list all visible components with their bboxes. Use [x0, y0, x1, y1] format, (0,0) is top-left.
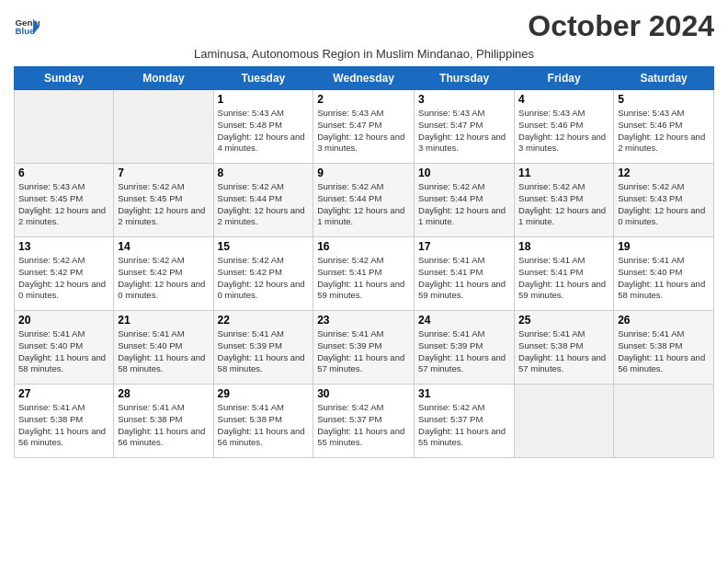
calendar-cell [614, 385, 714, 458]
calendar-cell [114, 90, 213, 164]
calendar-cell: 27Sunrise: 5:41 AMSunset: 5:38 PMDayligh… [15, 385, 114, 458]
day-info: Sunrise: 5:41 AMSunset: 5:38 PMDaylight:… [518, 328, 609, 375]
day-info: Sunrise: 5:41 AMSunset: 5:39 PMDaylight:… [418, 328, 510, 375]
day-number: 25 [518, 314, 609, 327]
calendar-cell: 21Sunrise: 5:41 AMSunset: 5:40 PMDayligh… [114, 311, 213, 385]
day-number: 31 [418, 387, 510, 400]
logo-icon: General Blue [14, 14, 40, 40]
calendar-cell: 2Sunrise: 5:43 AMSunset: 5:47 PMDaylight… [313, 90, 415, 164]
calendar-cell [15, 90, 114, 164]
calendar-cell: 10Sunrise: 5:42 AMSunset: 5:44 PMDayligh… [415, 164, 515, 237]
calendar-cell: 16Sunrise: 5:42 AMSunset: 5:41 PMDayligh… [313, 237, 415, 311]
day-info: Sunrise: 5:41 AMSunset: 5:41 PMDaylight:… [418, 255, 510, 302]
calendar-cell: 15Sunrise: 5:42 AMSunset: 5:42 PMDayligh… [213, 237, 313, 311]
calendar-cell: 22Sunrise: 5:41 AMSunset: 5:39 PMDayligh… [213, 311, 313, 385]
calendar-cell: 17Sunrise: 5:41 AMSunset: 5:41 PMDayligh… [415, 237, 515, 311]
day-number: 7 [118, 167, 209, 179]
day-number: 17 [418, 240, 510, 253]
day-number: 30 [317, 387, 410, 400]
day-number: 29 [218, 387, 310, 400]
day-number: 18 [518, 240, 609, 253]
calendar-cell: 18Sunrise: 5:41 AMSunset: 5:41 PMDayligh… [515, 237, 614, 311]
day-number: 22 [218, 314, 310, 327]
day-info: Sunrise: 5:42 AMSunset: 5:45 PMDaylight:… [118, 181, 209, 228]
calendar-cell: 9Sunrise: 5:42 AMSunset: 5:44 PMDaylight… [313, 164, 415, 237]
logo: General Blue [14, 14, 40, 40]
calendar-table: SundayMondayTuesdayWednesdayThursdayFrid… [14, 66, 714, 458]
day-info: Sunrise: 5:41 AMSunset: 5:38 PMDaylight:… [18, 402, 109, 449]
day-info: Sunrise: 5:42 AMSunset: 5:44 PMDaylight:… [418, 181, 510, 228]
day-info: Sunrise: 5:41 AMSunset: 5:40 PMDaylight:… [18, 328, 109, 375]
day-info: Sunrise: 5:43 AMSunset: 5:45 PMDaylight:… [18, 181, 109, 228]
calendar-cell: 1Sunrise: 5:43 AMSunset: 5:48 PMDaylight… [213, 90, 313, 164]
day-info: Sunrise: 5:42 AMSunset: 5:43 PMDaylight:… [618, 181, 710, 228]
calendar-cell: 12Sunrise: 5:42 AMSunset: 5:43 PMDayligh… [614, 164, 714, 237]
calendar-cell: 8Sunrise: 5:42 AMSunset: 5:44 PMDaylight… [213, 164, 313, 237]
day-info: Sunrise: 5:41 AMSunset: 5:38 PMDaylight:… [618, 328, 710, 375]
day-number: 24 [418, 314, 510, 327]
day-number: 16 [317, 240, 410, 253]
day-number: 10 [418, 167, 510, 179]
day-number: 12 [618, 167, 710, 179]
day-number: 3 [418, 93, 510, 106]
day-info: Sunrise: 5:42 AMSunset: 5:37 PMDaylight:… [317, 402, 410, 449]
calendar-cell: 19Sunrise: 5:41 AMSunset: 5:40 PMDayligh… [614, 237, 714, 311]
day-info: Sunrise: 5:41 AMSunset: 5:39 PMDaylight:… [317, 328, 410, 375]
calendar-cell: 29Sunrise: 5:41 AMSunset: 5:38 PMDayligh… [213, 385, 313, 458]
day-of-week-wednesday: Wednesday [313, 67, 415, 90]
day-number: 6 [18, 167, 109, 179]
day-of-week-saturday: Saturday [614, 67, 714, 90]
calendar-cell: 30Sunrise: 5:42 AMSunset: 5:37 PMDayligh… [313, 385, 415, 458]
day-number: 9 [317, 167, 410, 179]
day-info: Sunrise: 5:42 AMSunset: 5:42 PMDaylight:… [118, 255, 209, 302]
day-info: Sunrise: 5:41 AMSunset: 5:38 PMDaylight:… [218, 402, 310, 449]
calendar-cell: 28Sunrise: 5:41 AMSunset: 5:38 PMDayligh… [114, 385, 213, 458]
day-number: 14 [118, 240, 209, 253]
day-info: Sunrise: 5:42 AMSunset: 5:37 PMDaylight:… [418, 402, 510, 449]
day-info: Sunrise: 5:41 AMSunset: 5:40 PMDaylight:… [118, 328, 209, 375]
calendar-cell [515, 385, 614, 458]
day-number: 1 [218, 93, 310, 106]
calendar-cell: 13Sunrise: 5:42 AMSunset: 5:42 PMDayligh… [15, 237, 114, 311]
day-number: 28 [118, 387, 209, 400]
calendar-cell: 7Sunrise: 5:42 AMSunset: 5:45 PMDaylight… [114, 164, 213, 237]
calendar-cell: 26Sunrise: 5:41 AMSunset: 5:38 PMDayligh… [614, 311, 714, 385]
day-info: Sunrise: 5:41 AMSunset: 5:41 PMDaylight:… [518, 255, 609, 302]
day-number: 2 [317, 93, 410, 106]
day-info: Sunrise: 5:41 AMSunset: 5:39 PMDaylight:… [218, 328, 310, 375]
day-info: Sunrise: 5:42 AMSunset: 5:41 PMDaylight:… [317, 255, 410, 302]
day-number: 27 [18, 387, 109, 400]
header: General Blue October 2024 [14, 9, 714, 43]
day-info: Sunrise: 5:41 AMSunset: 5:40 PMDaylight:… [618, 255, 710, 302]
day-of-week-monday: Monday [114, 67, 213, 90]
day-info: Sunrise: 5:43 AMSunset: 5:46 PMDaylight:… [518, 108, 609, 155]
day-info: Sunrise: 5:42 AMSunset: 5:43 PMDaylight:… [518, 181, 609, 228]
day-info: Sunrise: 5:42 AMSunset: 5:42 PMDaylight:… [218, 255, 310, 302]
day-number: 26 [618, 314, 710, 327]
day-of-week-thursday: Thursday [415, 67, 515, 90]
calendar-cell: 14Sunrise: 5:42 AMSunset: 5:42 PMDayligh… [114, 237, 213, 311]
day-number: 20 [18, 314, 109, 327]
day-of-week-sunday: Sunday [15, 67, 114, 90]
day-number: 13 [18, 240, 109, 253]
day-info: Sunrise: 5:42 AMSunset: 5:44 PMDaylight:… [317, 181, 410, 228]
day-info: Sunrise: 5:42 AMSunset: 5:44 PMDaylight:… [218, 181, 310, 228]
calendar-cell: 23Sunrise: 5:41 AMSunset: 5:39 PMDayligh… [313, 311, 415, 385]
calendar-cell: 11Sunrise: 5:42 AMSunset: 5:43 PMDayligh… [515, 164, 614, 237]
day-number: 15 [218, 240, 310, 253]
calendar-cell: 6Sunrise: 5:43 AMSunset: 5:45 PMDaylight… [15, 164, 114, 237]
day-number: 21 [118, 314, 209, 327]
calendar-cell: 31Sunrise: 5:42 AMSunset: 5:37 PMDayligh… [415, 385, 515, 458]
day-info: Sunrise: 5:43 AMSunset: 5:46 PMDaylight:… [618, 108, 710, 155]
month-title: October 2024 [528, 9, 714, 43]
day-number: 8 [218, 167, 310, 179]
day-info: Sunrise: 5:43 AMSunset: 5:47 PMDaylight:… [317, 108, 410, 155]
day-number: 19 [618, 240, 710, 253]
day-of-week-friday: Friday [515, 67, 614, 90]
calendar-cell: 3Sunrise: 5:43 AMSunset: 5:47 PMDaylight… [415, 90, 515, 164]
svg-text:Blue: Blue [15, 26, 35, 36]
day-of-week-tuesday: Tuesday [213, 67, 313, 90]
day-info: Sunrise: 5:43 AMSunset: 5:48 PMDaylight:… [218, 108, 310, 155]
subtitle: Laminusa, Autonomous Region in Muslim Mi… [14, 47, 714, 61]
calendar-cell: 5Sunrise: 5:43 AMSunset: 5:46 PMDaylight… [614, 90, 714, 164]
